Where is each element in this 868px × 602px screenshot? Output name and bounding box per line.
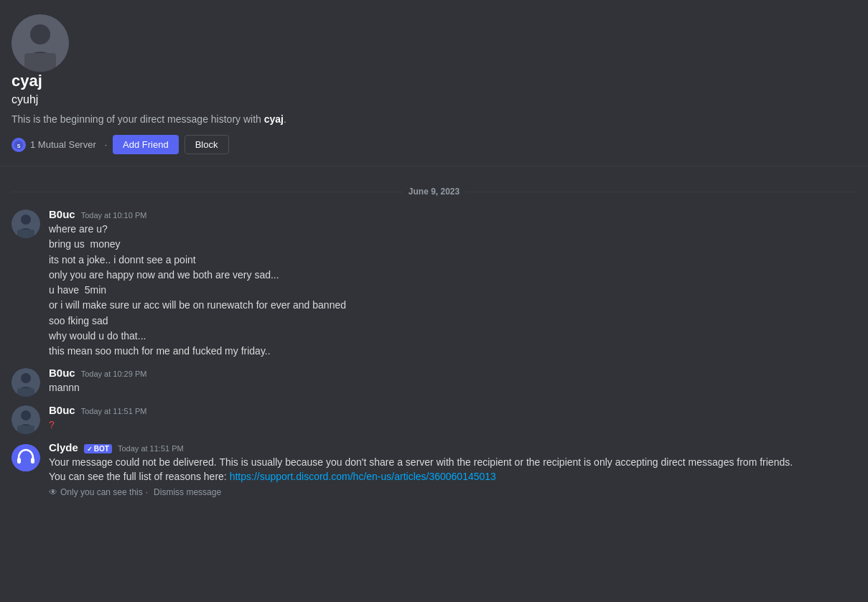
verified-check: ✓ [87, 446, 93, 453]
message-line-1-5: u have 5min [49, 283, 857, 297]
profile-discriminator: cyuhj [11, 93, 857, 106]
svg-point-7 [21, 215, 31, 225]
clyde-author: Clyde [49, 441, 78, 453]
message-line-1-2: bring us money [49, 237, 857, 251]
date-divider-line-left [11, 192, 403, 192]
message-line-3-1: ? [49, 418, 857, 432]
clyde-message-line1: Your message could not be delivered. Thi… [49, 455, 857, 469]
message-timestamp-1: Today at 10:10 PM [81, 211, 147, 220]
message-author-1: B0uc [49, 208, 75, 220]
mutual-server: S 1 Mutual Server [11, 138, 96, 152]
message-avatar-2 [11, 368, 40, 397]
svg-point-1 [30, 24, 50, 44]
message-line-1-1: where are u? [49, 222, 857, 236]
add-friend-button[interactable]: Add Friend [113, 135, 179, 154]
message-content-2: B0uc Today at 10:29 PM mannn [49, 367, 857, 397]
edit-message-button-1[interactable]: ✏ [810, 210, 830, 230]
message-header-2: B0uc Today at 10:29 PM [49, 367, 857, 379]
clyde-support-link[interactable]: https://support.discord.com/hc/en-us/art… [230, 471, 496, 482]
message-group-3: B0uc Today at 11:51 PM ? [0, 401, 868, 437]
messages-area[interactable]: June 9, 2023 B0uc Today at 10:10 PM [0, 166, 868, 602]
message-line-1-7: soo fking sad [49, 314, 857, 328]
message-header-3: B0uc Today at 11:51 PM [49, 404, 857, 416]
more-options-button-1[interactable]: ⋯ [833, 210, 853, 230]
svg-rect-17 [17, 425, 34, 434]
message-content-1: B0uc Today at 10:10 PM where are u? brin… [49, 208, 857, 359]
svg-rect-20 [31, 458, 34, 464]
bot-badge: ✓ BOT [84, 444, 112, 453]
clyde-message-group: Clyde ✓ BOT Today at 11:51 PM Your messa… [0, 438, 868, 500]
dm-intro-text: This is the beginning of your direct mes… [11, 113, 857, 125]
svg-text:S: S [17, 143, 21, 148]
svg-rect-3 [24, 53, 56, 72]
date-divider-text: June 9, 2023 [409, 187, 459, 197]
svg-point-18 [11, 444, 40, 471]
profile-header: cyaj cyuhj This is the beginning of your… [0, 0, 868, 166]
separator-dot: · [105, 140, 107, 150]
clyde-message-header: Clyde ✓ BOT Today at 11:51 PM [49, 441, 857, 454]
message-timestamp-2: Today at 10:29 PM [81, 370, 147, 378]
mutual-server-icon: S [11, 138, 26, 152]
message-line-1-4: only you are happy now and we both are v… [49, 268, 857, 282]
date-divider: June 9, 2023 [11, 187, 857, 197]
clyde-message-content: Clyde ✓ BOT Today at 11:51 PM Your messa… [49, 441, 857, 497]
message-header-1: B0uc Today at 10:10 PM [49, 208, 857, 220]
add-reaction-button-1[interactable]: 😊 [764, 210, 784, 230]
svg-point-15 [21, 410, 31, 420]
message-line-1-3: its not a joke.. i donnt see a point [49, 253, 857, 267]
message-author-3: B0uc [49, 404, 75, 416]
svg-rect-19 [17, 458, 21, 464]
message-group-1: B0uc Today at 10:10 PM where are u? brin… [0, 205, 868, 362]
dismiss-message-link[interactable]: Dismiss message [154, 487, 221, 497]
message-line-1-8: why would u do that... [49, 329, 857, 343]
send-super-reaction-button-1[interactable]: 😄 [787, 210, 807, 230]
message-group-2: B0uc Today at 10:29 PM mannn [0, 364, 868, 400]
svg-point-11 [21, 373, 31, 383]
mutual-server-label: 1 Mutual Server [30, 139, 96, 150]
svg-rect-13 [17, 388, 34, 397]
message-line-1-6: or i will make sure ur acc will be on ru… [49, 298, 857, 312]
profile-actions: S 1 Mutual Server · Add Friend Block [11, 135, 857, 154]
eye-icon: 👁 [49, 487, 57, 497]
clyde-footer-text: Only you can see this [60, 487, 143, 497]
message-line-2-1: mannn [49, 380, 857, 395]
clyde-timestamp: Today at 11:51 PM [118, 444, 184, 453]
message-line-1-9: this mean soo much for me and fucked my … [49, 344, 857, 358]
message-timestamp-3: Today at 11:51 PM [81, 407, 147, 415]
clyde-avatar [11, 443, 40, 471]
block-button[interactable]: Block [185, 135, 229, 154]
date-divider-line-right [465, 192, 857, 192]
clyde-footer: 👁 Only you can see this · Dismiss messag… [49, 487, 857, 497]
message-author-2: B0uc [49, 367, 75, 379]
profile-username: cyaj [11, 72, 857, 90]
svg-rect-9 [17, 230, 34, 238]
dm-container: cyaj cyuhj This is the beginning of your… [0, 0, 868, 602]
message-avatar-3 [11, 405, 40, 434]
clyde-footer-separator: · [146, 487, 148, 497]
message-avatar-1 [11, 210, 40, 238]
message-content-3: B0uc Today at 11:51 PM ? [49, 404, 857, 434]
clyde-message-line2: You can see the full list of reasons her… [49, 469, 857, 484]
profile-avatar [11, 14, 69, 72]
